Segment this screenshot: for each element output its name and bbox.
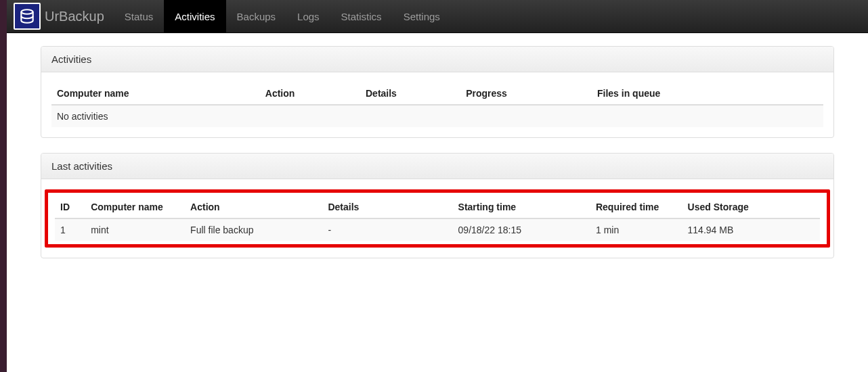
cell-details: - bbox=[322, 218, 452, 241]
col-id: ID bbox=[55, 196, 85, 218]
brand-name: UrBackup bbox=[45, 9, 104, 24]
highlight-box: ID Computer name Action Details Starting… bbox=[45, 189, 830, 248]
cell-computer-name: mint bbox=[85, 218, 185, 241]
nav-list: Status Activities Backups Logs Statistic… bbox=[114, 0, 451, 32]
nav-item-label: Statistics bbox=[341, 11, 382, 22]
col-computer-name: Computer name bbox=[51, 83, 260, 105]
svg-point-0 bbox=[21, 9, 32, 14]
cell-starting-time: 09/18/22 18:15 bbox=[453, 218, 590, 241]
activities-empty-message: No activities bbox=[51, 105, 823, 127]
col-required-time: Required time bbox=[590, 196, 682, 218]
activities-panel-heading: Activities bbox=[41, 47, 833, 72]
col-starting-time: Starting time bbox=[453, 196, 590, 218]
activities-panel: Activities Computer name Action Details … bbox=[41, 46, 834, 138]
last-activities-panel-body: ID Computer name Action Details Starting… bbox=[41, 179, 833, 258]
nav-item-label: Logs bbox=[297, 11, 320, 22]
last-activities-panel-title: Last activities bbox=[51, 160, 112, 172]
nav-item-activities[interactable]: Activities bbox=[164, 0, 225, 32]
activities-panel-title: Activities bbox=[51, 53, 91, 65]
nav-item-logs[interactable]: Logs bbox=[286, 0, 330, 32]
col-computer-name: Computer name bbox=[85, 196, 185, 218]
table-row: 1 mint Full file backup - 09/18/22 18:15… bbox=[55, 218, 820, 241]
brand-icon bbox=[14, 3, 41, 30]
col-action: Action bbox=[260, 83, 360, 105]
nav-item-status[interactable]: Status bbox=[114, 0, 165, 32]
last-activities-table: ID Computer name Action Details Starting… bbox=[55, 196, 820, 241]
col-used-storage: Used Storage bbox=[682, 196, 820, 218]
cell-required-time: 1 min bbox=[590, 218, 682, 241]
nav-item-label: Backups bbox=[237, 11, 276, 22]
nav-item-label: Activities bbox=[175, 11, 215, 22]
nav-item-statistics[interactable]: Statistics bbox=[330, 0, 393, 32]
brand[interactable]: UrBackup bbox=[7, 0, 114, 32]
nav-item-settings[interactable]: Settings bbox=[393, 0, 451, 32]
col-files-in-queue: Files in queue bbox=[592, 83, 823, 105]
col-action: Action bbox=[185, 196, 322, 218]
col-details: Details bbox=[322, 196, 452, 218]
top-navbar: UrBackup Status Activities Backups Logs … bbox=[7, 0, 868, 33]
activities-table: Computer name Action Details Progress Fi… bbox=[51, 83, 823, 127]
nav-item-backups[interactable]: Backups bbox=[226, 0, 287, 32]
col-details: Details bbox=[360, 83, 460, 105]
last-activities-panel-heading: Last activities bbox=[41, 154, 833, 179]
desktop-left-strip bbox=[0, 0, 7, 372]
nav-item-label: Status bbox=[125, 11, 154, 22]
content-area: Activities Computer name Action Details … bbox=[7, 32, 868, 372]
last-activities-panel: Last activities ID Computer name Action … bbox=[41, 153, 834, 258]
cell-used-storage: 114.94 MB bbox=[682, 218, 820, 241]
cell-id: 1 bbox=[55, 218, 85, 241]
nav-item-label: Settings bbox=[404, 11, 440, 22]
activities-empty-row: No activities bbox=[51, 105, 823, 127]
cell-action: Full file backup bbox=[185, 218, 322, 241]
col-progress: Progress bbox=[460, 83, 592, 105]
activities-panel-body: Computer name Action Details Progress Fi… bbox=[41, 72, 833, 137]
